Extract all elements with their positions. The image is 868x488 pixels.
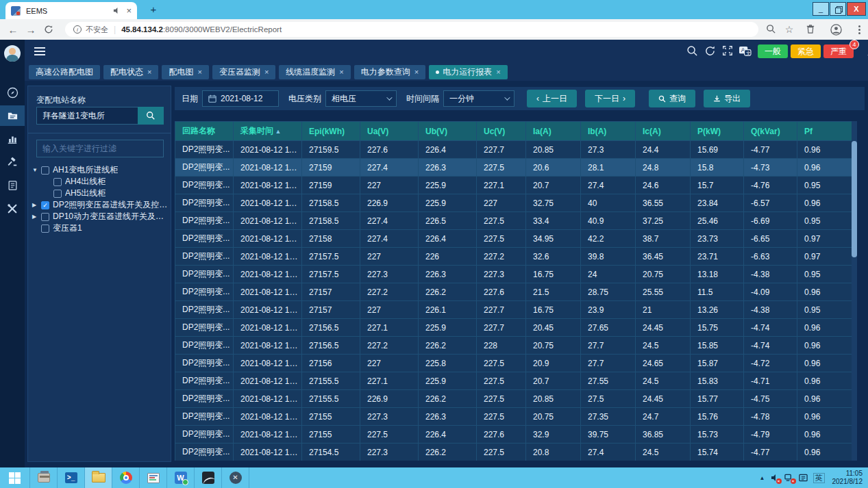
rail-item-maintenance[interactable] [0, 152, 25, 172]
tab-close-icon[interactable]: × [147, 68, 151, 76]
tree-checkbox[interactable] [41, 166, 49, 175]
app-tab-3[interactable]: 变压器监测× [212, 65, 275, 79]
forward-button[interactable]: → [22, 24, 40, 36]
table-row[interactable]: DP2照明变...2021-08-12 10:5527156.5227.1225… [175, 319, 852, 337]
search-icon[interactable] [686, 45, 699, 57]
column-header[interactable]: Pf [797, 122, 852, 141]
scrollbar-thumb[interactable] [852, 141, 857, 257]
taskbar-monitor-app[interactable] [140, 467, 167, 488]
translate-icon[interactable]: A文 [739, 45, 752, 57]
tab-close-icon[interactable]: × [339, 68, 343, 76]
table-row[interactable]: DP2照明变...2021-08-12 10:5227155.5227.1225… [175, 372, 852, 390]
table-scrollbar[interactable] [852, 121, 857, 461]
table-row[interactable]: DP2照明变...2021-08-12 10:5827157.5227.3226… [175, 266, 852, 283]
column-header[interactable]: Ub(V) [419, 122, 477, 141]
tree-filter-input[interactable] [36, 140, 164, 157]
column-header[interactable]: Ib(A) [581, 122, 636, 141]
network-error-icon[interactable]: × [784, 473, 794, 483]
rail-item-statistics[interactable] [0, 129, 25, 149]
tab-close-icon[interactable]: × [496, 68, 500, 76]
tray-expand-icon[interactable]: ▲ [760, 475, 765, 481]
tree-item[interactable]: 变压器1 [32, 222, 169, 234]
expander-closed-icon[interactable]: ▶ [32, 202, 41, 208]
window-restore-button[interactable] [830, 2, 846, 16]
app-tab-5[interactable]: 电力参数查询× [354, 65, 425, 79]
app-tab-0[interactable]: 高速公路配电图 [29, 65, 100, 79]
ime-icon[interactable] [799, 473, 808, 483]
column-header[interactable]: Q(kVar) [744, 122, 797, 141]
sort-asc-icon[interactable]: ▲ [273, 128, 281, 135]
tab-close-icon[interactable]: × [414, 68, 419, 76]
expander-closed-icon[interactable]: ▶ [32, 214, 41, 220]
table-row[interactable]: DP2照明变...2021-08-12 10:5927157.522722622… [175, 248, 852, 266]
app-tab-2[interactable]: 配电图× [162, 65, 208, 79]
tree-checkbox[interactable] [53, 190, 62, 198]
column-header[interactable]: Ua(V) [360, 122, 419, 141]
taskbar-wps[interactable]: W [167, 467, 195, 488]
app-tab-6[interactable]: 电力运行报表× [429, 65, 507, 79]
refresh-icon[interactable] [704, 45, 717, 57]
tree-item[interactable]: ▶✓DP2照明变压器进线开关及控制室 [32, 199, 169, 211]
table-row[interactable]: DP2照明变...2021-08-12 11:0027158227.4226.4… [175, 230, 852, 248]
column-header[interactable]: 回路名称 [175, 122, 234, 141]
table-row[interactable]: DP2照明变...2021-08-12 11:0327159227225.922… [175, 177, 852, 194]
browser-menu-icon[interactable] [854, 24, 865, 35]
app-tab-1[interactable]: 配电状态× [103, 65, 158, 79]
extension-trash-icon[interactable] [806, 24, 817, 35]
column-header[interactable]: Epi(kWh) [302, 122, 360, 141]
taskbar-file-explorer[interactable] [85, 467, 112, 488]
browser-tab[interactable]: EEMS × [5, 2, 137, 19]
tree-checkbox[interactable] [53, 178, 62, 186]
expander-open-icon[interactable]: ▼ [32, 167, 41, 173]
tree-item[interactable]: AH4出线柜 [32, 176, 169, 188]
tab-close-icon[interactable]: × [126, 6, 132, 15]
address-bar[interactable]: i 不安全 | 45.84.134.2 :8090/3000WEBV2/Elec… [65, 22, 758, 37]
new-tab-button[interactable]: + [145, 3, 162, 16]
page-info-icon[interactable]: i [73, 25, 82, 34]
fullscreen-icon[interactable] [722, 45, 734, 57]
query-button[interactable]: 查询 [649, 90, 695, 107]
date-picker[interactable]: 2021-08-12 [202, 90, 279, 107]
rail-item-reports[interactable] [0, 105, 25, 126]
column-header[interactable]: 采集时间 ▲ [234, 122, 302, 141]
alarm-severe-button[interactable]: 严重 4 [823, 44, 854, 58]
tab-close-icon[interactable]: × [197, 68, 201, 76]
column-header[interactable]: P(kW) [691, 122, 744, 141]
app-tab-4[interactable]: 线缆温度监测× [279, 65, 350, 79]
volume-muted-icon[interactable]: × [770, 473, 780, 483]
table-row[interactable]: DP2照明变...2021-08-12 10:4827154.5227.3226… [175, 444, 852, 461]
start-button[interactable] [0, 467, 30, 488]
profile-avatar-icon[interactable] [830, 24, 841, 35]
tree-item[interactable]: AH5出线柜 [32, 188, 169, 199]
menu-toggle-icon[interactable] [34, 47, 45, 55]
tree-checkbox[interactable]: ✓ [41, 201, 49, 209]
zoom-icon[interactable] [766, 24, 777, 35]
taskbar-clock[interactable]: 11:05 2021/8/12 [830, 470, 863, 486]
table-row[interactable]: DP2照明变...2021-08-12 10:5627157227226.122… [175, 301, 852, 319]
table-row[interactable]: DP2照明变...2021-08-12 11:0527159.5227.6226… [175, 141, 852, 159]
rail-item-settings[interactable] [0, 198, 25, 219]
column-header[interactable]: Ic(A) [636, 122, 691, 141]
prev-day-button[interactable]: ‹ 上一日 [527, 90, 577, 107]
language-indicator[interactable]: 英 [813, 473, 825, 483]
voltage-type-select[interactable]: 相电压 [325, 90, 397, 107]
reload-button[interactable] [40, 25, 58, 34]
tree-item[interactable]: ▶DP10动力变压器进线开关及控制室 [32, 211, 169, 222]
export-button[interactable]: 导出 [704, 90, 750, 107]
bookmark-star-icon[interactable]: ☆ [784, 24, 795, 35]
rail-item-overview[interactable] [0, 82, 25, 103]
taskbar-powershell[interactable]: >_ [58, 467, 85, 488]
table-row[interactable]: DP2照明变...2021-08-12 11:0227158.5226.9225… [175, 194, 852, 212]
user-avatar[interactable] [4, 45, 21, 62]
tree-checkbox[interactable] [41, 213, 49, 221]
window-minimize-button[interactable]: _ [813, 2, 829, 16]
tree-checkbox[interactable] [41, 224, 49, 233]
table-row[interactable]: DP2照明变...2021-08-12 10:5727157227.2226.2… [175, 283, 852, 301]
table-row[interactable]: DP2照明变...2021-08-12 10:5027155227.3226.3… [175, 408, 852, 426]
table-row[interactable]: DP2照明变...2021-08-12 11:0427159227.4226.3… [175, 159, 852, 177]
taskbar-server-manager[interactable] [30, 467, 58, 488]
rail-item-documents[interactable] [0, 175, 25, 196]
interval-select[interactable]: 一分钟 [443, 90, 514, 107]
tab-close-icon[interactable]: × [264, 68, 269, 76]
station-search-button[interactable] [138, 107, 164, 125]
